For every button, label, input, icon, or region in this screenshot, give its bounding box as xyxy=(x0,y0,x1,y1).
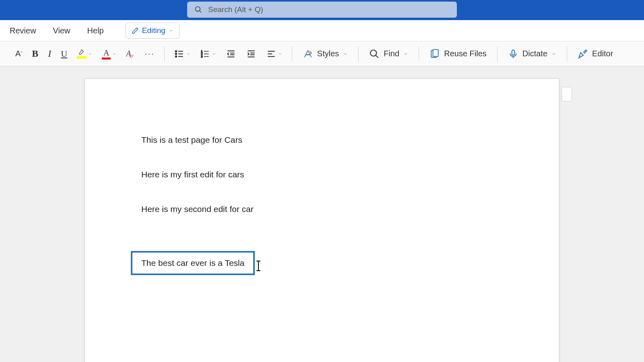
page-handle[interactable] xyxy=(561,87,572,101)
document-line[interactable]: This is a test page for Cars xyxy=(141,135,503,145)
text-box[interactable]: The best car ever is a Tesla xyxy=(131,251,255,275)
increase-indent-button[interactable] xyxy=(242,46,260,62)
decrease-indent-icon xyxy=(226,49,236,59)
pen-icon xyxy=(132,27,139,34)
ribbon-toolbar: Aˇ B I U A A ··· 123 xyxy=(0,41,644,66)
tab-view[interactable]: View xyxy=(53,26,70,35)
find-button[interactable]: Find xyxy=(364,46,413,62)
divider xyxy=(567,47,567,61)
divider xyxy=(164,47,165,61)
title-bar: Search (Alt + Q) xyxy=(0,0,644,20)
editing-label: Editing xyxy=(142,26,165,35)
chevron-down-icon xyxy=(343,51,348,56)
reuse-files-label: Reuse Files xyxy=(444,49,487,58)
dictate-button[interactable]: Dictate xyxy=(503,46,561,62)
bold-button[interactable]: B xyxy=(28,46,42,62)
italic-button[interactable]: I xyxy=(44,46,55,62)
chevron-down-icon xyxy=(186,52,190,56)
bullets-icon xyxy=(174,49,185,59)
find-icon xyxy=(369,49,380,59)
document-page[interactable]: This is a test page for Cars Here is my … xyxy=(85,78,559,362)
editor-button[interactable]: Editor xyxy=(573,46,618,62)
eraser-icon xyxy=(130,53,135,58)
highlighter-icon xyxy=(78,49,86,56)
chevron-down-icon xyxy=(278,52,282,56)
styles-icon xyxy=(303,49,313,59)
svg-text:3: 3 xyxy=(201,54,202,58)
textbox-content[interactable]: The best car ever is a Tesla xyxy=(141,258,244,267)
svg-point-4 xyxy=(175,53,177,54)
bullets-button[interactable] xyxy=(170,46,194,62)
svg-point-25 xyxy=(371,50,377,56)
text-cursor xyxy=(258,261,259,271)
svg-point-2 xyxy=(175,50,177,51)
clear-formatting-button[interactable]: A xyxy=(122,47,139,61)
numbering-icon: 123 xyxy=(200,49,211,59)
align-icon xyxy=(266,49,277,59)
tab-help[interactable]: Help xyxy=(87,26,104,35)
highlight-button[interactable] xyxy=(73,47,96,61)
divider xyxy=(419,47,419,61)
editor-icon xyxy=(578,49,588,59)
chevron-down-icon xyxy=(88,52,92,56)
styles-button[interactable]: Styles xyxy=(298,46,353,62)
reuse-files-icon xyxy=(429,49,440,59)
document-line[interactable]: Here is my second edit for car xyxy=(141,204,503,214)
underline-button[interactable]: U xyxy=(57,46,71,62)
increase-indent-icon xyxy=(246,49,256,59)
svg-rect-28 xyxy=(433,49,438,56)
font-color-button[interactable]: A xyxy=(98,46,120,62)
document-canvas[interactable]: This is a test page for Cars Here is my … xyxy=(0,66,644,362)
editing-mode-button[interactable]: Editing xyxy=(126,23,180,39)
svg-line-1 xyxy=(200,11,202,13)
decrease-indent-button[interactable] xyxy=(222,46,240,62)
more-options-button[interactable]: ··· xyxy=(140,46,158,62)
chevron-down-icon xyxy=(212,52,216,56)
svg-line-26 xyxy=(376,55,379,58)
svg-rect-29 xyxy=(512,50,515,55)
ribbon-tabs: Review View Help Editing xyxy=(0,20,644,41)
mic-icon xyxy=(508,49,518,59)
svg-point-6 xyxy=(175,56,177,57)
numbering-button[interactable]: 123 xyxy=(196,46,220,62)
chevron-down-icon xyxy=(112,52,116,56)
chevron-down-icon xyxy=(551,51,556,56)
tab-review[interactable]: Review xyxy=(10,26,36,35)
align-button[interactable] xyxy=(262,46,286,62)
styles-label: Styles xyxy=(317,49,339,58)
chevron-down-icon xyxy=(403,51,408,56)
divider xyxy=(292,47,292,61)
document-line[interactable]: Here is my first edit for cars xyxy=(141,170,503,179)
divider xyxy=(358,47,359,61)
find-label: Find xyxy=(384,49,399,58)
search-icon xyxy=(194,6,202,14)
chevron-down-icon xyxy=(169,28,173,33)
search-placeholder: Search (Alt + Q) xyxy=(208,5,263,14)
search-box[interactable]: Search (Alt + Q) xyxy=(187,2,457,18)
svg-point-0 xyxy=(196,7,200,12)
divider xyxy=(497,47,497,61)
editor-label: Editor xyxy=(592,49,613,58)
dictate-label: Dictate xyxy=(522,49,547,58)
reuse-files-button[interactable]: Reuse Files xyxy=(425,46,491,62)
font-size-button[interactable]: Aˇ xyxy=(11,47,26,61)
